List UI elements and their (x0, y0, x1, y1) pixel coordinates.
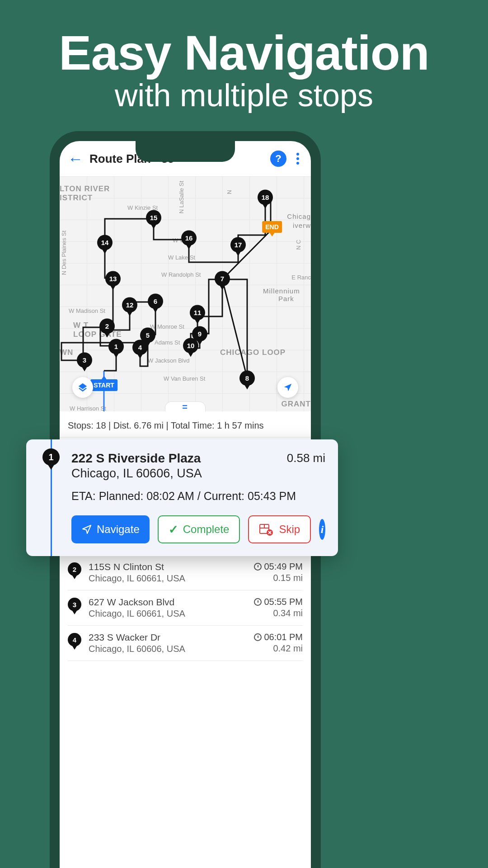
detail-address-line2: Chicago, IL 60606, USA (71, 467, 202, 481)
map-pin[interactable]: 13 (105, 271, 121, 286)
street-label: W Harrison St (70, 405, 106, 412)
street-label: N LaSalle St (178, 181, 185, 213)
stop-address-line2: Chicago, IL 60661, USA (89, 609, 247, 619)
stop-distance: 0.15 mi (254, 573, 303, 583)
stop-eta-time: 05:49 PM (254, 561, 303, 572)
clock-icon (254, 563, 262, 571)
navigate-button[interactable]: Navigate (71, 515, 150, 543)
detail-actions: Navigate ✓ Complete Skip (71, 515, 325, 543)
clock-icon (254, 598, 262, 606)
street-label: N C (295, 240, 302, 250)
street-label: N Des Plaines St (61, 231, 67, 275)
stop-number-badge: 2 (68, 562, 81, 576)
promo-title: Easy Navigation with multiple stops (0, 0, 488, 113)
map-pin[interactable]: 5 (140, 327, 155, 343)
street-label: W Monroe St (150, 323, 184, 330)
stop-number-badge: 3 (68, 598, 81, 611)
map-pin[interactable]: 2 (99, 318, 115, 334)
district-label: WN (60, 348, 73, 357)
map-pin[interactable]: 8 (239, 370, 255, 386)
district-label: ISTRICT (60, 193, 93, 203)
start-badge: START (90, 379, 117, 391)
map-pin[interactable]: 18 (258, 189, 273, 205)
map-pin[interactable]: 6 (148, 293, 163, 309)
map-pin[interactable]: 15 (146, 210, 161, 225)
map-pin[interactable]: 17 (230, 237, 246, 252)
package-skip-icon (259, 523, 274, 536)
stop-distance: 0.42 mi (254, 643, 303, 654)
stop-address-line2: Chicago, IL 60606, USA (89, 644, 247, 654)
district-label: CHICAGO LOOP (220, 348, 286, 357)
info-button[interactable]: i (319, 519, 325, 540)
street-label: W Madison St (69, 307, 105, 314)
stop-distance: 0.34 mi (254, 608, 303, 618)
stop-address-line2: Chicago, IL 60661, USA (89, 573, 247, 584)
district-label: GRANT (282, 400, 311, 409)
skip-button[interactable]: Skip (248, 515, 311, 543)
overflow-menu-icon[interactable] (293, 153, 303, 165)
check-icon: ✓ (169, 523, 178, 537)
clock-icon (254, 633, 262, 641)
promo-heading: Easy Navigation (0, 24, 488, 81)
district-label: Park (278, 295, 294, 302)
stop-row[interactable]: 2 115S N Clinton St Chicago, IL 60661, U… (68, 555, 303, 590)
stop-eta-time: 06:01 PM (254, 632, 303, 642)
district-label: W T (73, 321, 89, 330)
map-pin[interactable]: 7 (215, 271, 230, 286)
stop-address-line1: 233 S Wacker Dr (89, 632, 247, 643)
street-label: Adams St (155, 339, 180, 346)
map-pin[interactable]: 10 (183, 338, 198, 353)
map-layers-button[interactable] (72, 377, 93, 398)
district-label: LOOP GATE (73, 330, 122, 339)
bottom-sheet-handle[interactable]: = (165, 401, 206, 411)
help-button[interactable]: ? (270, 151, 286, 167)
street-label: E Ranc (291, 274, 311, 281)
map-pin[interactable]: 3 (77, 352, 92, 368)
street-label: N (226, 190, 233, 194)
phone-notch (136, 141, 235, 162)
detail-distance: 0.58 mi (287, 451, 325, 465)
promo-subheading: with multiple stops (0, 77, 488, 113)
detail-address-line1: 222 S Riverside Plaza (71, 451, 202, 466)
map-pin[interactable]: 14 (97, 235, 113, 250)
street-label: W Van Buren St (164, 375, 205, 382)
stop-eta-time: 05:55 PM (254, 597, 303, 607)
skip-label: Skip (279, 523, 300, 536)
map-pin[interactable]: 12 (122, 297, 137, 312)
district-label: iverw (293, 222, 311, 229)
street-label: W Randolph St (161, 271, 201, 278)
stop-row[interactable]: 4 233 S Wacker Dr Chicago, IL 60606, USA… (68, 626, 303, 661)
stop-address-line1: 627 W Jackson Blvd (89, 597, 247, 608)
navigate-icon (81, 524, 92, 535)
complete-button[interactable]: ✓ Complete (158, 515, 240, 543)
map-pin[interactable]: 16 (181, 230, 197, 245)
district-label: Chicag (287, 212, 311, 220)
stop-address-line1: 115S N Clinton St (89, 561, 247, 572)
location-arrow-icon (283, 382, 293, 392)
navigate-label: Navigate (97, 523, 140, 536)
layers-icon (78, 382, 88, 392)
map-pin[interactable]: 1 (108, 339, 124, 354)
stop-detail-card: 1 222 S Riverside Plaza Chicago, IL 6060… (26, 439, 338, 556)
district-label: LTON RIVER (60, 184, 110, 193)
map-pin[interactable]: 11 (190, 305, 205, 320)
street-label: W Lake St (168, 254, 195, 261)
street-label: W Jackson Blvd (148, 357, 189, 364)
stop-row[interactable]: 3 627 W Jackson Blvd Chicago, IL 60661, … (68, 590, 303, 626)
stop-number-badge: 1 (42, 448, 60, 466)
back-arrow-icon[interactable]: ← (68, 150, 83, 168)
map-locate-button[interactable] (277, 377, 298, 398)
route-summary: Stops: 18 | Dist. 6.76 mi | Total Time: … (60, 411, 311, 438)
detail-eta: ETA: Planned: 08:02 AM / Current: 05:43 … (71, 490, 325, 503)
complete-label: Complete (183, 523, 230, 536)
map-view[interactable]: LTON RIVER ISTRICT W T LOOP GATE WN CHIC… (60, 176, 311, 411)
district-label: Millennium (263, 287, 300, 295)
end-badge: END (262, 221, 282, 233)
stop-number-badge: 4 (68, 633, 81, 646)
